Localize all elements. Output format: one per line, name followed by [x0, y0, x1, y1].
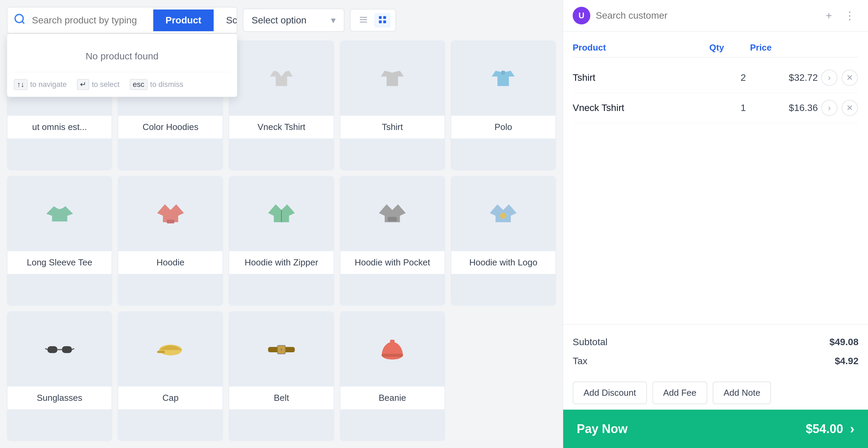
- pay-now-label: Pay Now: [577, 422, 628, 436]
- order-item-price: $32.72: [764, 72, 818, 83]
- arrow-right-icon: ›: [850, 421, 854, 436]
- product-name: Cap: [118, 387, 222, 409]
- product-name: Color Hoodies: [118, 116, 222, 138]
- view-toggles: [350, 9, 396, 32]
- product-image: [340, 41, 445, 116]
- search-box: Product Scan: [7, 7, 237, 34]
- search-dropdown: No product found ↑↓ to navigate ↵ to sel…: [7, 34, 237, 97]
- order-item-edit-button[interactable]: ›: [821, 100, 837, 116]
- svg-rect-5: [379, 16, 382, 19]
- product-image: [7, 176, 112, 251]
- hint-select: ↵ to select: [77, 79, 120, 90]
- subtotal-row: Subtotal $49.08: [573, 333, 859, 352]
- product-card[interactable]: Polo: [451, 40, 556, 170]
- product-card[interactable]: Beanie: [340, 311, 445, 441]
- product-name: Hoodie with Pocket: [340, 251, 445, 274]
- add-discount-button[interactable]: Add Discount: [573, 381, 647, 404]
- grid-view-button[interactable]: [374, 13, 391, 27]
- add-fee-button[interactable]: Add Fee: [652, 381, 707, 404]
- order-item-edit-button[interactable]: ›: [821, 70, 837, 86]
- customer-avatar: U: [573, 7, 590, 24]
- product-card[interactable]: Hoodie with Logo: [451, 176, 556, 306]
- hint-navigate: ↑↓ to navigate: [14, 79, 67, 90]
- order-header: Product Qty Price: [573, 38, 859, 57]
- no-product-text: No product found: [14, 44, 230, 72]
- svg-rect-8: [383, 20, 386, 23]
- order-item-remove-button[interactable]: ✕: [842, 100, 858, 116]
- totals-section: Subtotal $49.08 Tax $4.92: [563, 324, 868, 376]
- product-name: Sunglasses: [7, 387, 112, 409]
- pay-now-button[interactable]: Pay Now $54.00 ›: [563, 410, 868, 448]
- svg-rect-22: [388, 217, 397, 222]
- col-price: Price: [750, 42, 804, 53]
- action-buttons-row: Add Discount Add Fee Add Note: [563, 376, 868, 410]
- product-name: Vneck Tshirt: [229, 116, 333, 138]
- hint-dismiss: esc to dismiss: [130, 79, 183, 90]
- hint-navigate-text: to navigate: [30, 80, 67, 89]
- product-grid: ut omnis est...Color HoodiesVneck Tshirt…: [7, 40, 556, 441]
- tax-value: $4.92: [835, 356, 859, 367]
- product-card[interactable]: Hoodie with Zipper: [229, 176, 334, 306]
- subtotal-label: Subtotal: [573, 337, 608, 348]
- search-icon: [7, 7, 32, 33]
- product-image: [340, 176, 445, 251]
- order-item-remove-button[interactable]: ✕: [842, 70, 858, 86]
- product-name: ut omnis est...: [7, 116, 112, 138]
- product-card[interactable]: Vneck Tshirt: [229, 40, 334, 170]
- more-options-button[interactable]: ⋮: [841, 7, 859, 24]
- tax-row: Tax $4.92: [573, 352, 859, 371]
- svg-rect-25: [47, 346, 57, 353]
- left-panel: Product Scan No product found ↑↓ to navi…: [0, 0, 563, 448]
- search-input[interactable]: [32, 10, 153, 31]
- chevron-down-icon: ▾: [331, 15, 336, 26]
- right-top-bar: U + ⋮: [563, 0, 868, 32]
- svg-line-29: [72, 349, 74, 350]
- svg-marker-16: [46, 206, 73, 222]
- select-option-dropdown[interactable]: Select option ▾: [243, 8, 344, 32]
- svg-rect-34: [281, 349, 282, 351]
- customer-search-input[interactable]: [596, 10, 817, 21]
- product-image: [229, 176, 333, 251]
- order-item-name: Vneck Tshirt: [573, 102, 723, 113]
- list-view-button[interactable]: [355, 13, 372, 27]
- svg-rect-7: [379, 20, 382, 23]
- add-customer-button[interactable]: +: [822, 7, 835, 24]
- svg-rect-15: [501, 71, 505, 75]
- svg-rect-37: [390, 340, 395, 343]
- order-item-qty: 1: [723, 102, 764, 113]
- product-name: Beanie: [340, 387, 445, 409]
- tax-label: Tax: [573, 356, 588, 367]
- svg-marker-17: [157, 204, 184, 222]
- order-rows: Tshirt 2 $32.72 › ✕ Vneck Tshirt 1 $16.3…: [573, 63, 859, 123]
- product-card[interactable]: Long Sleeve Tee: [7, 176, 112, 306]
- product-name: Hoodie with Zipper: [229, 251, 333, 274]
- product-image: [118, 176, 222, 251]
- product-card[interactable]: Cap: [118, 311, 223, 441]
- svg-point-24: [500, 213, 506, 219]
- product-card[interactable]: Tshirt: [340, 40, 445, 170]
- product-card[interactable]: Hoodie with Pocket: [340, 176, 445, 306]
- product-card[interactable]: Belt: [229, 311, 334, 441]
- key-esc: esc: [130, 79, 147, 90]
- product-card[interactable]: Hoodie: [118, 176, 223, 306]
- col-actions-1: [804, 42, 831, 53]
- product-image: [451, 176, 555, 251]
- product-name: Belt: [229, 387, 333, 409]
- svg-marker-12: [270, 71, 293, 86]
- svg-rect-26: [62, 346, 72, 353]
- product-card[interactable]: Sunglasses: [7, 311, 112, 441]
- product-button[interactable]: Product: [153, 10, 214, 31]
- product-image: [451, 41, 555, 116]
- key-nav: ↑↓: [14, 79, 27, 90]
- product-name: Hoodie: [118, 251, 222, 274]
- search-wrapper: Product Scan No product found ↑↓ to navi…: [7, 7, 237, 34]
- svg-rect-18: [167, 220, 175, 223]
- subtotal-value: $49.08: [829, 337, 859, 348]
- col-actions-2: [831, 42, 859, 53]
- add-note-button[interactable]: Add Note: [713, 381, 771, 404]
- svg-rect-6: [383, 16, 386, 19]
- right-panel: U + ⋮ Product Qty Price Tshirt 2 $32.72 …: [563, 0, 868, 448]
- table-row: Vneck Tshirt 1 $16.36 › ✕: [573, 93, 859, 123]
- order-item-qty: 2: [723, 72, 764, 83]
- scan-button[interactable]: Scan: [214, 10, 237, 31]
